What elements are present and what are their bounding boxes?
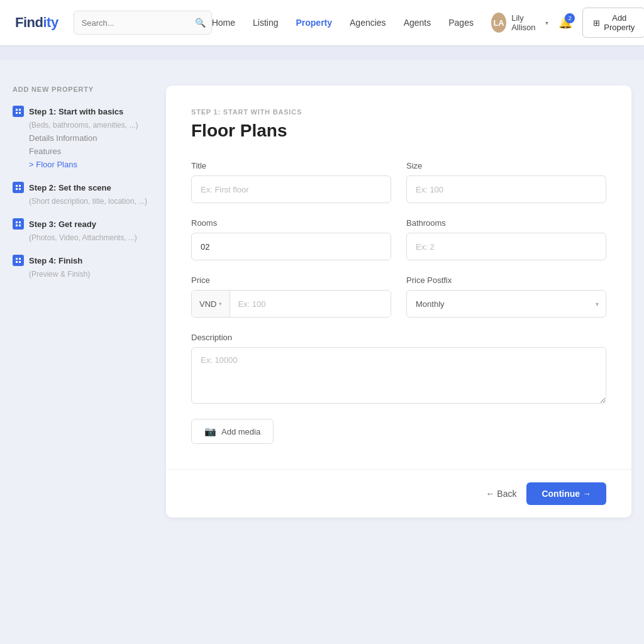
sidebar-item-features[interactable]: Features (29, 147, 151, 156)
price-amount-input[interactable] (230, 291, 391, 317)
price-label: Price (191, 275, 391, 285)
notification-badge: 2 (565, 13, 575, 23)
currency-caret-icon: ▾ (219, 301, 222, 307)
step-1-icon (13, 106, 24, 117)
back-button[interactable]: ← Back (486, 489, 516, 499)
add-property-button[interactable]: ⊞ Add Property (582, 8, 644, 38)
add-property-label: Add Property (604, 13, 635, 32)
nav-agents[interactable]: Agents (404, 18, 431, 28)
title-label: Title (191, 161, 391, 170)
nav-property[interactable]: Property (296, 18, 332, 28)
step-1-sub: (Beds, bathrooms, amenities, ...) (13, 121, 151, 130)
avatar: LA (491, 13, 506, 33)
page-body: ADD NEW PROPERTY Step 1: Start with basi… (0, 60, 644, 543)
add-property-icon: ⊞ (593, 18, 600, 28)
svg-rect-5 (19, 185, 21, 187)
step-1-title: Step 1: Start with basics (29, 107, 123, 116)
step-label: STEP 1: START WITH BASICS (191, 108, 606, 116)
step-2-title: Step 2: Set the scene (29, 183, 111, 192)
back-label: ← Back (486, 489, 516, 499)
add-media-label: Add media (221, 427, 260, 436)
currency-value: VND (199, 299, 216, 309)
svg-rect-13 (19, 258, 21, 260)
form-footer: ← Back Continue → (166, 469, 631, 518)
title-size-row: Title Size (191, 161, 606, 203)
title-input[interactable] (191, 175, 391, 203)
svg-rect-14 (16, 261, 18, 263)
sidebar-item-details[interactable]: Details Information (29, 133, 151, 143)
step-2-header: Step 2: Set the scene (13, 182, 151, 193)
bathrooms-input[interactable] (406, 233, 606, 260)
price-input-wrap: VND ▾ (191, 290, 391, 318)
bathrooms-group: Bathrooms (406, 218, 606, 260)
step-2-sub: (Short description, title, location, ...… (13, 197, 151, 206)
user-caret-icon: ▾ (545, 19, 548, 26)
svg-rect-8 (16, 221, 18, 223)
price-group: Price VND ▾ (191, 275, 391, 318)
description-group: Description (191, 333, 606, 404)
description-row: Description (191, 333, 606, 404)
step-group-4: Step 4: Finish (Preview & Finish) (13, 255, 151, 279)
svg-rect-6 (16, 188, 18, 190)
nav-listing[interactable]: Listing (253, 18, 278, 28)
price-postfix-select[interactable]: Monthly Weekly Daily Yearly (406, 290, 606, 318)
price-row: Price VND ▾ Price Postfix Monthly (191, 275, 606, 318)
search-wrap: 🔍 (74, 11, 212, 35)
step-4-icon (13, 255, 24, 266)
step-group-3: Step 3: Get ready (Photos, Video, Attach… (13, 218, 151, 242)
bathrooms-label: Bathrooms (406, 218, 606, 228)
nav-pages[interactable]: Pages (448, 18, 474, 28)
svg-rect-10 (16, 225, 18, 226)
step-3-icon (13, 218, 24, 230)
description-label: Description (191, 333, 606, 342)
sub-band (0, 45, 644, 60)
price-currency-selector[interactable]: VND ▾ (192, 291, 230, 317)
nav-home[interactable]: Home (212, 18, 235, 28)
media-icon: 📷 (204, 426, 216, 437)
sidebar-title: ADD NEW PROPERTY (13, 86, 151, 93)
svg-rect-7 (19, 188, 21, 190)
rooms-label: Rooms (191, 218, 391, 228)
section-title: Floor Plans (191, 121, 606, 141)
step-3-header: Step 3: Get ready (13, 218, 151, 230)
price-postfix-group: Price Postfix Monthly Weekly Daily Yearl… (406, 275, 606, 318)
svg-rect-15 (19, 261, 21, 263)
search-input[interactable] (74, 11, 212, 35)
form-section: STEP 1: START WITH BASICS Floor Plans Ti… (166, 86, 631, 469)
price-postfix-label: Price Postfix (406, 275, 606, 285)
rooms-input[interactable] (191, 233, 391, 260)
rooms-group: Rooms (191, 218, 391, 260)
step-1-items: Details Information Features Floor Plans (13, 133, 151, 169)
continue-button[interactable]: Continue → (526, 482, 606, 505)
nav-agencies[interactable]: Agencies (350, 18, 386, 28)
svg-rect-12 (16, 258, 18, 260)
size-input[interactable] (406, 175, 606, 203)
size-label: Size (406, 161, 606, 170)
svg-rect-2 (16, 112, 18, 114)
main-nav: Home Listing Property Agencies Agents Pa… (212, 18, 474, 28)
svg-rect-9 (19, 221, 21, 223)
header: Findity 🔍 Home Listing Property Agencies… (0, 0, 644, 45)
step-2-icon (13, 182, 24, 193)
step-1-header: Step 1: Start with basics (13, 106, 151, 117)
price-postfix-wrap: Monthly Weekly Daily Yearly ▾ (406, 290, 606, 318)
title-group: Title (191, 161, 391, 203)
sidebar-item-floor-plans[interactable]: Floor Plans (29, 160, 151, 169)
logo: Findity (15, 14, 58, 31)
description-textarea[interactable] (191, 347, 606, 404)
step-3-sub: (Photos, Video, Attachments, ...) (13, 233, 151, 242)
notification-bell[interactable]: 🔔 2 (558, 16, 572, 30)
step-4-sub: (Preview & Finish) (13, 270, 151, 279)
step-4-header: Step 4: Finish (13, 255, 151, 266)
search-icon: 🔍 (195, 18, 206, 28)
svg-rect-4 (16, 185, 18, 187)
svg-rect-1 (19, 109, 21, 111)
step-group-1: Step 1: Start with basics (Beds, bathroo… (13, 106, 151, 169)
step-group-2: Step 2: Set the scene (Short description… (13, 182, 151, 206)
add-media-button[interactable]: 📷 Add media (191, 419, 274, 444)
user-info[interactable]: LA Lily Allison ▾ (491, 13, 548, 33)
sidebar: ADD NEW PROPERTY Step 1: Start with basi… (13, 86, 151, 518)
continue-label: Continue → (541, 489, 591, 499)
step-4-title: Step 4: Finish (29, 256, 82, 265)
size-group: Size (406, 161, 606, 203)
